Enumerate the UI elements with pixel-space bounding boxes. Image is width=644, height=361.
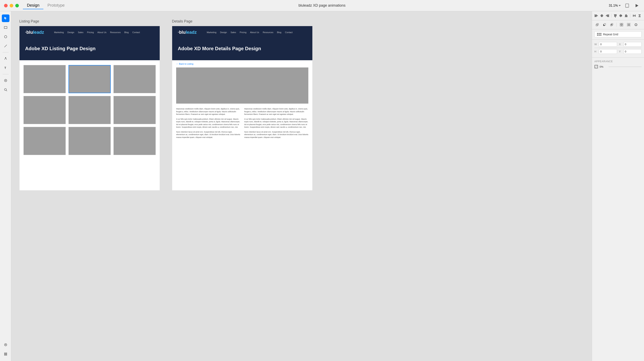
width-field: W 0 <box>594 42 617 46</box>
grid-item-5[interactable] <box>114 96 156 124</box>
y-field: Y 0 <box>619 49 642 54</box>
details-col2-p2: In ac felis quis tortor malesuada pretiu… <box>244 118 308 129</box>
x-value[interactable]: 0 <box>624 42 642 46</box>
details-nav-resources[interactable]: Resources <box>263 31 274 33</box>
svg-rect-39 <box>627 15 627 17</box>
svg-rect-57 <box>622 25 623 26</box>
width-label: W <box>594 43 598 46</box>
tab-prototype[interactable]: Prototype <box>44 2 69 9</box>
grid-item-6[interactable] <box>24 127 66 155</box>
listing-nav: ·bluleadz Marketing Design Sales Pricing… <box>20 26 160 38</box>
tool-separator-1 <box>2 52 9 52</box>
distribute-h-button[interactable] <box>632 13 636 18</box>
height-label: H <box>594 50 598 53</box>
details-col1-p2: In ac felis quis tortor malesuada pretiu… <box>176 118 240 129</box>
pen-tool[interactable] <box>2 55 10 62</box>
listing-grid <box>24 65 156 155</box>
nav-link-sales[interactable]: Sales <box>78 31 84 33</box>
grid-item-1[interactable] <box>68 65 111 93</box>
repeat-grid-icon <box>597 33 602 36</box>
details-nav-blog[interactable]: Blog <box>277 31 282 33</box>
grid-item-4[interactable] <box>68 96 111 124</box>
grid-item-0[interactable] <box>24 65 66 93</box>
details-nav-marketing[interactable]: Marketing <box>207 31 216 33</box>
grid-item-8[interactable] <box>114 127 156 155</box>
svg-point-11 <box>4 88 6 90</box>
svg-rect-45 <box>639 15 640 16</box>
ungroup-button[interactable] <box>626 22 632 27</box>
assets-tool[interactable] <box>2 77 10 84</box>
svg-rect-55 <box>622 23 623 24</box>
plugins-tool[interactable] <box>2 341 10 349</box>
x-label: X <box>619 43 622 46</box>
nav-link-pricing[interactable]: Pricing <box>87 31 94 33</box>
align-center-h-button[interactable] <box>600 13 604 18</box>
rectangle-tool[interactable] <box>2 24 10 31</box>
details-nav-about[interactable]: About Us <box>250 31 259 33</box>
boolean-add-button[interactable] <box>594 22 600 27</box>
nav-link-about[interactable]: About Us <box>98 31 106 33</box>
minimize-button[interactable] <box>10 4 13 7</box>
boolean-intersect-button[interactable] <box>608 22 615 27</box>
svg-rect-56 <box>620 25 621 26</box>
mask-button[interactable] <box>633 22 639 27</box>
nav-link-marketing[interactable]: Marketing <box>54 31 64 33</box>
back-to-listing-link[interactable]: Back to Listing <box>172 60 312 67</box>
layers-tool[interactable] <box>2 350 10 358</box>
dim-row-hy: H 0 Y 0 <box>594 49 642 54</box>
canvas-area[interactable]: Listing Page ·bluleadz Marketing Design … <box>11 11 592 361</box>
device-preview-button[interactable] <box>624 2 630 9</box>
align-bottom-button[interactable] <box>624 13 628 18</box>
details-nav-pricing[interactable]: Pricing <box>240 31 246 33</box>
svg-rect-42 <box>634 15 634 16</box>
svg-rect-15 <box>4 354 7 354</box>
listing-artboard[interactable]: ·bluleadz Marketing Design Sales Pricing… <box>19 26 160 191</box>
opacity-value[interactable]: 0% <box>600 65 607 68</box>
nav-link-resources[interactable]: Resources <box>110 31 121 33</box>
grid-item-2[interactable] <box>114 65 156 93</box>
select-tool[interactable] <box>2 14 10 22</box>
svg-point-1 <box>627 7 627 7</box>
distribute-v-button[interactable] <box>637 13 642 18</box>
width-value[interactable]: 0 <box>599 42 617 46</box>
details-nav-contact[interactable]: Contact <box>285 31 293 33</box>
zoom-control[interactable]: 31.1% <box>609 4 621 7</box>
nav-link-design[interactable]: Design <box>67 31 74 33</box>
details-nav-design[interactable]: Design <box>220 31 227 33</box>
align-middle-button[interactable] <box>618 13 623 18</box>
ellipse-tool[interactable] <box>2 33 10 40</box>
repeat-grid-button[interactable]: Repeat Grid <box>594 31 642 37</box>
titlebar-tabs: Design Prototype <box>23 2 69 9</box>
maximize-button[interactable] <box>15 4 19 7</box>
svg-marker-2 <box>636 4 638 7</box>
grid-item-7[interactable] <box>68 127 111 155</box>
search-tool[interactable] <box>2 86 10 94</box>
details-hero-title: Adobe XD More Details Page Design <box>178 46 307 51</box>
align-top-button[interactable] <box>613 13 618 18</box>
tab-design[interactable]: Design <box>23 2 44 9</box>
y-value[interactable]: 0 <box>624 49 642 54</box>
close-button[interactable] <box>4 4 8 7</box>
svg-rect-58 <box>627 23 630 26</box>
boolean-subtract-button[interactable] <box>601 22 608 27</box>
height-value[interactable]: 0 <box>599 49 617 54</box>
logo-blu: blu <box>26 30 33 35</box>
align-right-button[interactable] <box>605 13 610 18</box>
nav-link-blog[interactable]: Blog <box>124 31 129 33</box>
details-body-content: Maecenas vestibulum mollis diam. Aliquam… <box>172 108 312 141</box>
grid-item-3[interactable] <box>24 96 66 124</box>
nav-link-contact[interactable]: Contact <box>132 31 140 33</box>
svg-line-6 <box>4 45 7 47</box>
group-button[interactable] <box>618 22 625 27</box>
details-artboard[interactable]: ·bluleadz Marketing Design Sales Pricing… <box>172 26 312 191</box>
line-tool[interactable] <box>2 42 10 50</box>
svg-rect-19 <box>595 16 596 17</box>
svg-rect-14 <box>4 353 7 353</box>
logo-leadz: leadz <box>33 30 44 35</box>
align-left-button[interactable] <box>594 13 598 18</box>
svg-rect-46 <box>638 16 640 17</box>
play-button[interactable] <box>634 2 640 9</box>
text-tool[interactable]: T <box>2 64 10 72</box>
details-nav-sales[interactable]: Sales <box>230 31 236 33</box>
opacity-slider[interactable] <box>608 66 642 67</box>
